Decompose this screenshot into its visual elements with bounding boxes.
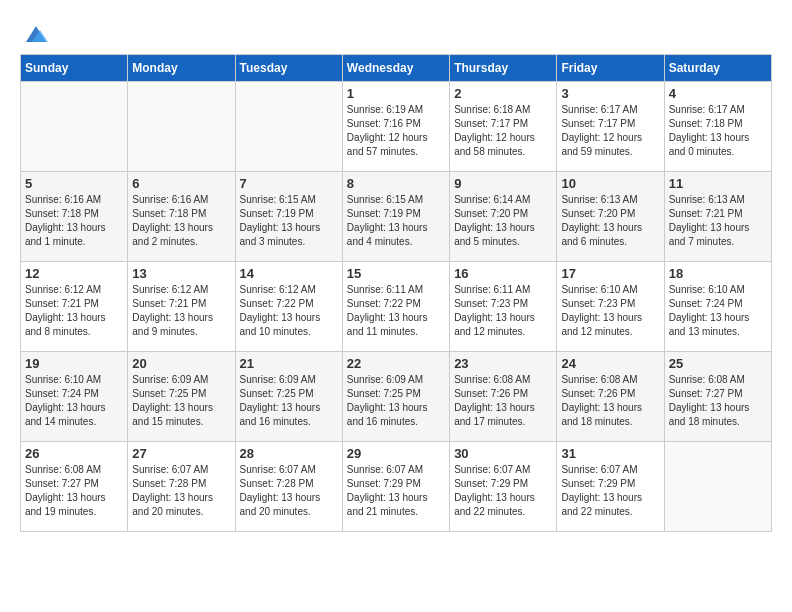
day-number: 2	[454, 86, 552, 101]
weekday-header-tuesday: Tuesday	[235, 55, 342, 82]
day-info: Sunrise: 6:15 AM Sunset: 7:19 PM Dayligh…	[240, 193, 338, 249]
day-number: 11	[669, 176, 767, 191]
logo-icon	[22, 20, 50, 48]
day-number: 4	[669, 86, 767, 101]
calendar-cell: 28Sunrise: 6:07 AM Sunset: 7:28 PM Dayli…	[235, 442, 342, 532]
calendar-cell: 7Sunrise: 6:15 AM Sunset: 7:19 PM Daylig…	[235, 172, 342, 262]
calendar-cell: 17Sunrise: 6:10 AM Sunset: 7:23 PM Dayli…	[557, 262, 664, 352]
calendar-cell: 16Sunrise: 6:11 AM Sunset: 7:23 PM Dayli…	[450, 262, 557, 352]
calendar-cell	[128, 82, 235, 172]
day-number: 3	[561, 86, 659, 101]
day-info: Sunrise: 6:08 AM Sunset: 7:27 PM Dayligh…	[25, 463, 123, 519]
calendar-cell: 10Sunrise: 6:13 AM Sunset: 7:20 PM Dayli…	[557, 172, 664, 262]
day-number: 13	[132, 266, 230, 281]
day-number: 15	[347, 266, 445, 281]
day-number: 27	[132, 446, 230, 461]
day-number: 7	[240, 176, 338, 191]
day-info: Sunrise: 6:07 AM Sunset: 7:29 PM Dayligh…	[347, 463, 445, 519]
calendar-cell: 1Sunrise: 6:19 AM Sunset: 7:16 PM Daylig…	[342, 82, 449, 172]
day-info: Sunrise: 6:08 AM Sunset: 7:27 PM Dayligh…	[669, 373, 767, 429]
day-info: Sunrise: 6:11 AM Sunset: 7:22 PM Dayligh…	[347, 283, 445, 339]
day-number: 22	[347, 356, 445, 371]
day-info: Sunrise: 6:17 AM Sunset: 7:18 PM Dayligh…	[669, 103, 767, 159]
calendar-cell: 26Sunrise: 6:08 AM Sunset: 7:27 PM Dayli…	[21, 442, 128, 532]
calendar-week-row: 26Sunrise: 6:08 AM Sunset: 7:27 PM Dayli…	[21, 442, 772, 532]
calendar-cell: 2Sunrise: 6:18 AM Sunset: 7:17 PM Daylig…	[450, 82, 557, 172]
calendar-cell: 30Sunrise: 6:07 AM Sunset: 7:29 PM Dayli…	[450, 442, 557, 532]
calendar-week-row: 5Sunrise: 6:16 AM Sunset: 7:18 PM Daylig…	[21, 172, 772, 262]
day-info: Sunrise: 6:07 AM Sunset: 7:29 PM Dayligh…	[561, 463, 659, 519]
calendar-cell: 4Sunrise: 6:17 AM Sunset: 7:18 PM Daylig…	[664, 82, 771, 172]
day-info: Sunrise: 6:09 AM Sunset: 7:25 PM Dayligh…	[347, 373, 445, 429]
day-number: 28	[240, 446, 338, 461]
day-number: 31	[561, 446, 659, 461]
calendar-cell	[21, 82, 128, 172]
day-info: Sunrise: 6:15 AM Sunset: 7:19 PM Dayligh…	[347, 193, 445, 249]
day-number: 23	[454, 356, 552, 371]
calendar-cell: 20Sunrise: 6:09 AM Sunset: 7:25 PM Dayli…	[128, 352, 235, 442]
day-number: 26	[25, 446, 123, 461]
day-info: Sunrise: 6:09 AM Sunset: 7:25 PM Dayligh…	[132, 373, 230, 429]
day-info: Sunrise: 6:08 AM Sunset: 7:26 PM Dayligh…	[454, 373, 552, 429]
calendar-cell: 19Sunrise: 6:10 AM Sunset: 7:24 PM Dayli…	[21, 352, 128, 442]
day-info: Sunrise: 6:10 AM Sunset: 7:24 PM Dayligh…	[25, 373, 123, 429]
day-info: Sunrise: 6:16 AM Sunset: 7:18 PM Dayligh…	[132, 193, 230, 249]
calendar-body: 1Sunrise: 6:19 AM Sunset: 7:16 PM Daylig…	[21, 82, 772, 532]
day-info: Sunrise: 6:11 AM Sunset: 7:23 PM Dayligh…	[454, 283, 552, 339]
calendar-cell: 12Sunrise: 6:12 AM Sunset: 7:21 PM Dayli…	[21, 262, 128, 352]
weekday-header-friday: Friday	[557, 55, 664, 82]
calendar-cell	[664, 442, 771, 532]
day-info: Sunrise: 6:13 AM Sunset: 7:21 PM Dayligh…	[669, 193, 767, 249]
day-number: 6	[132, 176, 230, 191]
calendar-cell: 29Sunrise: 6:07 AM Sunset: 7:29 PM Dayli…	[342, 442, 449, 532]
day-info: Sunrise: 6:09 AM Sunset: 7:25 PM Dayligh…	[240, 373, 338, 429]
day-info: Sunrise: 6:12 AM Sunset: 7:21 PM Dayligh…	[25, 283, 123, 339]
day-info: Sunrise: 6:16 AM Sunset: 7:18 PM Dayligh…	[25, 193, 123, 249]
day-number: 30	[454, 446, 552, 461]
day-info: Sunrise: 6:18 AM Sunset: 7:17 PM Dayligh…	[454, 103, 552, 159]
day-info: Sunrise: 6:10 AM Sunset: 7:24 PM Dayligh…	[669, 283, 767, 339]
calendar-cell: 18Sunrise: 6:10 AM Sunset: 7:24 PM Dayli…	[664, 262, 771, 352]
day-info: Sunrise: 6:12 AM Sunset: 7:22 PM Dayligh…	[240, 283, 338, 339]
day-number: 16	[454, 266, 552, 281]
weekday-header-wednesday: Wednesday	[342, 55, 449, 82]
day-info: Sunrise: 6:07 AM Sunset: 7:29 PM Dayligh…	[454, 463, 552, 519]
day-number: 19	[25, 356, 123, 371]
calendar-week-row: 1Sunrise: 6:19 AM Sunset: 7:16 PM Daylig…	[21, 82, 772, 172]
calendar-table: SundayMondayTuesdayWednesdayThursdayFrid…	[20, 54, 772, 532]
day-number: 12	[25, 266, 123, 281]
day-number: 18	[669, 266, 767, 281]
weekday-header-sunday: Sunday	[21, 55, 128, 82]
calendar-cell: 9Sunrise: 6:14 AM Sunset: 7:20 PM Daylig…	[450, 172, 557, 262]
calendar-week-row: 19Sunrise: 6:10 AM Sunset: 7:24 PM Dayli…	[21, 352, 772, 442]
calendar-cell: 24Sunrise: 6:08 AM Sunset: 7:26 PM Dayli…	[557, 352, 664, 442]
day-number: 25	[669, 356, 767, 371]
calendar-cell: 27Sunrise: 6:07 AM Sunset: 7:28 PM Dayli…	[128, 442, 235, 532]
calendar-cell: 6Sunrise: 6:16 AM Sunset: 7:18 PM Daylig…	[128, 172, 235, 262]
day-number: 1	[347, 86, 445, 101]
calendar-cell: 25Sunrise: 6:08 AM Sunset: 7:27 PM Dayli…	[664, 352, 771, 442]
calendar-header-row: SundayMondayTuesdayWednesdayThursdayFrid…	[21, 55, 772, 82]
day-number: 24	[561, 356, 659, 371]
day-info: Sunrise: 6:13 AM Sunset: 7:20 PM Dayligh…	[561, 193, 659, 249]
day-info: Sunrise: 6:19 AM Sunset: 7:16 PM Dayligh…	[347, 103, 445, 159]
day-info: Sunrise: 6:12 AM Sunset: 7:21 PM Dayligh…	[132, 283, 230, 339]
header	[20, 20, 772, 44]
day-number: 29	[347, 446, 445, 461]
day-number: 5	[25, 176, 123, 191]
weekday-header-thursday: Thursday	[450, 55, 557, 82]
day-number: 14	[240, 266, 338, 281]
calendar-cell: 5Sunrise: 6:16 AM Sunset: 7:18 PM Daylig…	[21, 172, 128, 262]
day-number: 21	[240, 356, 338, 371]
calendar-cell: 13Sunrise: 6:12 AM Sunset: 7:21 PM Dayli…	[128, 262, 235, 352]
day-number: 10	[561, 176, 659, 191]
weekday-header-saturday: Saturday	[664, 55, 771, 82]
day-info: Sunrise: 6:07 AM Sunset: 7:28 PM Dayligh…	[240, 463, 338, 519]
calendar-cell: 3Sunrise: 6:17 AM Sunset: 7:17 PM Daylig…	[557, 82, 664, 172]
day-info: Sunrise: 6:08 AM Sunset: 7:26 PM Dayligh…	[561, 373, 659, 429]
calendar-week-row: 12Sunrise: 6:12 AM Sunset: 7:21 PM Dayli…	[21, 262, 772, 352]
calendar-cell: 14Sunrise: 6:12 AM Sunset: 7:22 PM Dayli…	[235, 262, 342, 352]
day-info: Sunrise: 6:17 AM Sunset: 7:17 PM Dayligh…	[561, 103, 659, 159]
logo	[20, 20, 50, 44]
calendar-cell: 21Sunrise: 6:09 AM Sunset: 7:25 PM Dayli…	[235, 352, 342, 442]
